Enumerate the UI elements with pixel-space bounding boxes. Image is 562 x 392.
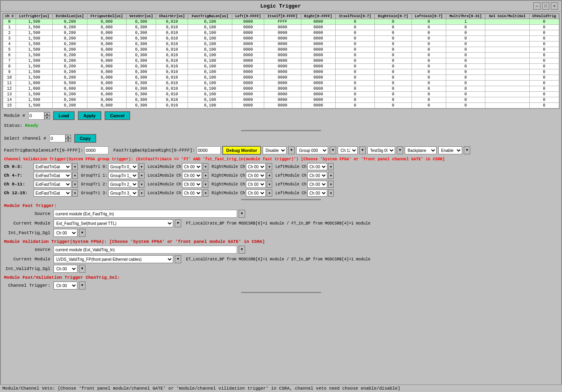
table-cell[interactable]: 0000 bbox=[301, 36, 335, 41]
backplane-dropdown[interactable]: Backplane bbox=[405, 146, 437, 154]
table-cell[interactable]: 0 bbox=[375, 75, 412, 81]
table-cell[interactable]: 0000 bbox=[232, 25, 264, 30]
table-cell[interactable]: 1,500 bbox=[16, 97, 52, 103]
table-cell[interactable] bbox=[485, 64, 529, 69]
table-cell[interactable]: 0000 bbox=[264, 103, 301, 108]
table-cell[interactable] bbox=[485, 58, 529, 64]
ch-left-select-1[interactable]: Ch 00 bbox=[307, 172, 327, 179]
table-cell[interactable]: 1,000 bbox=[16, 81, 52, 86]
table-cell[interactable]: 0 bbox=[375, 47, 412, 53]
int-validtrig-dropdown-arrow[interactable]: ▼ bbox=[79, 265, 85, 273]
table-cell[interactable]: 0 bbox=[446, 103, 485, 108]
debug-monitor-button[interactable]: Debug Monitor bbox=[222, 146, 261, 155]
table-cell[interactable]: 0,100 bbox=[188, 103, 232, 108]
apply-button[interactable]: Apply bbox=[78, 111, 101, 120]
ch-local-arrow-1[interactable]: ▼ bbox=[203, 172, 208, 179]
ch-local-select-2[interactable]: Ch 00 bbox=[182, 181, 202, 188]
table-cell[interactable]: 0,200 bbox=[53, 58, 87, 64]
table-cell[interactable]: 0000 bbox=[232, 75, 264, 81]
table-cell[interactable]: 9 bbox=[3, 69, 16, 75]
table-cell[interactable]: 0,010 bbox=[156, 97, 188, 103]
ch-local-arrow-3[interactable]: ▼ bbox=[203, 189, 208, 197]
table-cell[interactable]: 0 bbox=[412, 75, 446, 81]
ch-source-arrow-1[interactable]: ▼ bbox=[72, 172, 78, 179]
table-cell[interactable]: 0,200 bbox=[53, 19, 87, 25]
table-cell[interactable]: 0 bbox=[529, 53, 559, 58]
table-cell[interactable]: 0000 bbox=[301, 19, 335, 25]
table-cell[interactable]: 0,200 bbox=[53, 103, 87, 108]
ch-local-select-1[interactable]: Ch 00 bbox=[182, 172, 202, 179]
table-cell[interactable]: 0,000 bbox=[87, 64, 126, 69]
table-cell[interactable]: 0,100 bbox=[188, 97, 232, 103]
table-cell[interactable]: 0,300 bbox=[126, 81, 156, 86]
table-cell[interactable]: 0,000 bbox=[87, 92, 126, 97]
table-cell[interactable]: 0,010 bbox=[156, 69, 188, 75]
module-spinner[interactable]: ▲ ▼ bbox=[28, 112, 50, 120]
table-cell[interactable]: 0 bbox=[375, 103, 412, 108]
table-cell[interactable]: 0,100 bbox=[188, 69, 232, 75]
ch-right-select-3[interactable]: Ch 00 bbox=[246, 189, 266, 197]
table-cell[interactable]: 1 bbox=[446, 19, 485, 25]
table-cell[interactable]: 1,500 bbox=[16, 41, 52, 47]
ch-source-arrow-3[interactable]: ▼ bbox=[72, 189, 78, 197]
table-cell[interactable]: 5 bbox=[3, 47, 16, 53]
table-cell[interactable]: 0,200 bbox=[53, 47, 87, 53]
table-cell[interactable] bbox=[485, 69, 529, 75]
table-cell[interactable]: 0 bbox=[529, 64, 559, 69]
table-cell[interactable]: 0 bbox=[529, 25, 559, 30]
table-cell[interactable]: 0,300 bbox=[126, 47, 156, 53]
table-cell[interactable]: 0000 bbox=[301, 75, 335, 81]
table-cell[interactable] bbox=[485, 30, 529, 36]
table-cell[interactable] bbox=[485, 75, 529, 81]
table-cell[interactable]: 0,100 bbox=[188, 25, 232, 30]
module-number-input[interactable] bbox=[28, 112, 44, 120]
table-cell[interactable]: 0 bbox=[335, 86, 374, 92]
minimize-button[interactable]: — bbox=[533, 2, 540, 10]
table-cell[interactable]: 1,500 bbox=[16, 53, 52, 58]
ch-right-arrow-2[interactable]: ▼ bbox=[267, 181, 272, 188]
table-cell[interactable]: 0,300 bbox=[126, 53, 156, 58]
table-cell[interactable]: 0,000 bbox=[87, 69, 126, 75]
table-cell[interactable]: 0 bbox=[375, 36, 412, 41]
table-cell[interactable]: 0000 bbox=[232, 41, 264, 47]
table-cell[interactable]: 0,010 bbox=[156, 47, 188, 53]
table-cell[interactable]: 0,100 bbox=[188, 86, 232, 92]
table-cell[interactable]: 0 bbox=[375, 58, 412, 64]
table-cell[interactable]: 0 bbox=[412, 81, 446, 86]
table-cell[interactable]: 0,300 bbox=[126, 92, 156, 97]
table-cell[interactable]: 0 bbox=[446, 53, 485, 58]
close-button[interactable]: ✕ bbox=[551, 2, 558, 10]
table-cell[interactable]: 2 bbox=[3, 30, 16, 36]
table-cell[interactable]: 0,000 bbox=[87, 25, 126, 30]
table-cell[interactable] bbox=[485, 103, 529, 108]
table-cell[interactable]: 0000 bbox=[232, 64, 264, 69]
table-cell[interactable]: 0 bbox=[446, 30, 485, 36]
table-cell[interactable]: 0 bbox=[375, 64, 412, 69]
val-source-input[interactable] bbox=[53, 246, 237, 254]
table-cell[interactable]: 0000 bbox=[264, 53, 301, 58]
table-cell[interactable]: 1,500 bbox=[16, 19, 52, 25]
table-cell[interactable]: 0000 bbox=[301, 64, 335, 69]
table-cell[interactable]: 0,300 bbox=[126, 58, 156, 64]
table-cell[interactable] bbox=[485, 36, 529, 41]
testsig-dropdown-arrow[interactable]: ▼ bbox=[397, 146, 403, 154]
table-cell[interactable]: 0 bbox=[335, 47, 374, 53]
table-cell[interactable]: 0000 bbox=[264, 92, 301, 97]
channel-trigger-dropdown-arrow[interactable]: ▼ bbox=[79, 282, 85, 290]
ch-left-arrow-2[interactable]: ▼ bbox=[328, 181, 334, 188]
source-dropdown-arrow[interactable]: ▼ bbox=[239, 210, 245, 218]
ch-left-arrow-1[interactable]: ▼ bbox=[328, 172, 334, 179]
table-cell[interactable]: 1,500 bbox=[16, 64, 52, 69]
table-cell[interactable]: 0000 bbox=[264, 47, 301, 53]
table-cell[interactable]: 0 bbox=[446, 75, 485, 81]
table-cell[interactable]: 0,200 bbox=[53, 69, 87, 75]
table-cell[interactable]: 0000 bbox=[301, 53, 335, 58]
table-cell[interactable]: 0,010 bbox=[156, 19, 188, 25]
table-cell[interactable]: 0 bbox=[529, 97, 559, 103]
channel-trigger-dropdown[interactable]: Ch 00 bbox=[53, 282, 77, 290]
table-cell[interactable]: 0,010 bbox=[156, 41, 188, 47]
val-current-module-dropdown[interactable]: LVDS_ValidTrig_FP(front panel Ethernet c… bbox=[53, 255, 173, 263]
int-fasttrig-dropdown-arrow[interactable]: ▼ bbox=[79, 229, 85, 237]
val-current-module-dropdown-arrow[interactable]: ▼ bbox=[175, 255, 181, 263]
ch-right-select-2[interactable]: Ch 00 bbox=[246, 181, 266, 188]
